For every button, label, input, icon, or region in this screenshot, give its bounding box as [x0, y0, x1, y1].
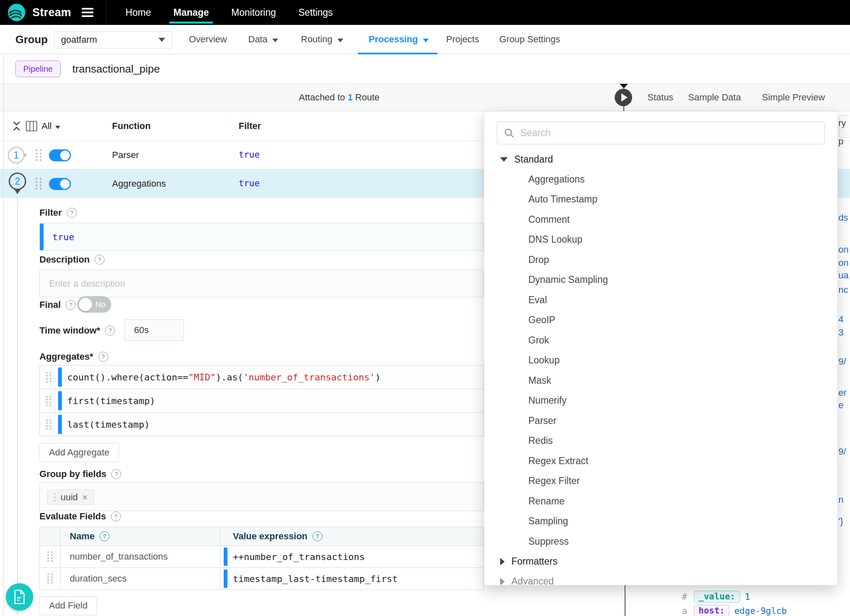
drag-handle-icon[interactable]: [45, 419, 53, 431]
svg-text:2: 2: [15, 176, 20, 187]
group-by-tag[interactable]: uuid: [47, 489, 94, 505]
drag-handle-icon[interactable]: [53, 493, 56, 502]
picker-item-regex-filter[interactable]: Regex Filter: [484, 471, 837, 492]
help-icon[interactable]: [67, 208, 77, 218]
group-select[interactable]: goatfarm: [54, 31, 172, 49]
notes-fab-button[interactable]: [6, 583, 33, 611]
tab-group-settings[interactable]: Group Settings: [499, 25, 560, 54]
drag-handle-icon[interactable]: [45, 395, 53, 407]
picker-item-suppress[interactable]: Suppress: [484, 531, 837, 552]
description-input[interactable]: [39, 270, 484, 297]
status-link[interactable]: Status: [647, 84, 673, 111]
nav-item-manage[interactable]: Manage: [173, 0, 209, 25]
pipeline-badge[interactable]: Pipeline: [15, 61, 61, 77]
picker-item-comment[interactable]: Comment: [484, 209, 837, 230]
help-icon[interactable]: [95, 255, 105, 265]
drag-handle-icon[interactable]: [46, 550, 54, 563]
group-select-value: goatfarm: [61, 34, 97, 45]
search-icon: [504, 128, 515, 139]
attached-route-count[interactable]: 1: [347, 92, 352, 102]
preview-field-row: a host: edge-9glcb: [680, 605, 787, 616]
picker-item-grok[interactable]: Grok: [484, 330, 837, 351]
field-type-marker: #: [680, 592, 689, 602]
field-key-chip[interactable]: _value:: [694, 591, 740, 603]
help-icon[interactable]: [313, 531, 322, 541]
picker-item-parser[interactable]: Parser: [484, 411, 837, 431]
clipped-text: e: [838, 400, 843, 411]
help-icon[interactable]: [98, 352, 108, 362]
clipped-text: 4: [838, 314, 843, 325]
play-icon[interactable]: [615, 89, 632, 106]
help-icon[interactable]: [66, 300, 76, 310]
tab-overview[interactable]: Overview: [189, 25, 227, 54]
picker-item-auto-timestamp[interactable]: Auto Timestamp: [484, 190, 837, 210]
picker-group-formatters[interactable]: Formatters: [484, 552, 837, 572]
nav-item-settings[interactable]: Settings: [298, 0, 333, 25]
brand[interactable]: Stream: [0, 0, 106, 25]
help-icon[interactable]: [111, 469, 121, 479]
group-bar: Group goatfarm Overview Data Routing Pro…: [0, 25, 850, 54]
final-label: Final: [39, 299, 76, 310]
picker-item-aggregations[interactable]: Aggregations: [484, 169, 837, 190]
picker-item-dns-lookup[interactable]: DNS Lookup: [484, 230, 837, 250]
function-rail-line: [17, 163, 18, 616]
clipped-text: p: [838, 136, 843, 147]
clipped-text: on: [838, 244, 848, 255]
nav-item-monitoring[interactable]: Monitoring: [231, 0, 276, 25]
function-search-input[interactable]: [520, 127, 818, 139]
group-by-fields-input[interactable]: uuid: [39, 482, 484, 511]
picker-item-dynamic-sampling[interactable]: Dynamic Sampling: [484, 270, 837, 290]
column-header-function: Function: [112, 111, 151, 141]
picker-item-numerify[interactable]: Numerify: [484, 391, 837, 411]
add-field-button[interactable]: Add Field: [39, 596, 97, 615]
picker-item-lookup[interactable]: Lookup: [484, 351, 837, 371]
tab-processing[interactable]: Processing: [369, 25, 429, 54]
enabled-toggle[interactable]: [49, 178, 71, 190]
tab-projects[interactable]: Projects: [446, 25, 479, 54]
aggregate-row[interactable]: first(timestamp): [39, 389, 484, 413]
add-aggregate-button[interactable]: Add Aggregate: [39, 443, 119, 462]
drag-handle-icon[interactable]: [34, 148, 43, 162]
columns-icon[interactable]: [26, 121, 37, 131]
collapse-icon[interactable]: [11, 120, 22, 132]
tab-data[interactable]: Data: [248, 25, 278, 54]
sample-data-link[interactable]: Sample Data: [688, 84, 741, 111]
picker-group-standard[interactable]: Standard: [484, 149, 837, 169]
tab-routing[interactable]: Routing: [301, 25, 343, 54]
column-filter-dropdown[interactable]: All: [42, 111, 60, 141]
final-toggle[interactable]: No: [77, 296, 111, 313]
picker-item-mask[interactable]: Mask: [484, 370, 837, 391]
hamburger-icon[interactable]: [82, 8, 93, 17]
help-icon[interactable]: [100, 531, 110, 541]
picker-item-rename[interactable]: Rename: [484, 491, 837, 511]
filter-expression-input[interactable]: true: [39, 223, 484, 251]
picker-item-eval[interactable]: Eval: [484, 290, 837, 310]
drag-handle-icon[interactable]: [34, 177, 43, 191]
picker-item-drop[interactable]: Drop: [484, 250, 837, 270]
drag-handle-icon[interactable]: [45, 371, 53, 384]
nav-item-home[interactable]: Home: [125, 0, 151, 25]
field-expression: ++number_of_transactions: [233, 552, 365, 562]
evaluate-field-row[interactable]: duration_secs timestamp_last-timestamp_f…: [39, 568, 484, 590]
preview-pane-divider[interactable]: [625, 585, 625, 616]
picker-group-advanced[interactable]: Advanced: [484, 572, 837, 586]
field-key-chip[interactable]: host:: [694, 605, 729, 616]
picker-item-redis[interactable]: Redis: [484, 431, 837, 451]
picker-item-geoip[interactable]: GeoIP: [484, 310, 837, 331]
close-icon[interactable]: [82, 492, 88, 503]
picker-item-regex-extract[interactable]: Regex Extract: [484, 451, 837, 471]
simple-preview-link[interactable]: Simple Preview: [762, 84, 825, 111]
picker-item-sampling[interactable]: Sampling: [484, 511, 837, 532]
time-window-input[interactable]: [125, 319, 184, 341]
drag-handle-icon[interactable]: [46, 572, 54, 585]
aggregate-row[interactable]: count().where(action=="MID").as('number_…: [39, 365, 484, 389]
function-name: Parser: [112, 150, 139, 161]
enabled-toggle[interactable]: [49, 149, 71, 161]
function-search[interactable]: [497, 122, 825, 144]
help-icon[interactable]: [111, 511, 121, 521]
evaluate-field-row[interactable]: number_of_transactions ++number_of_trans…: [39, 546, 484, 568]
field-value: 1: [745, 592, 750, 602]
help-icon[interactable]: [105, 326, 115, 336]
toggle-knob: [79, 298, 92, 311]
aggregate-row[interactable]: last(timestamp): [39, 412, 484, 436]
